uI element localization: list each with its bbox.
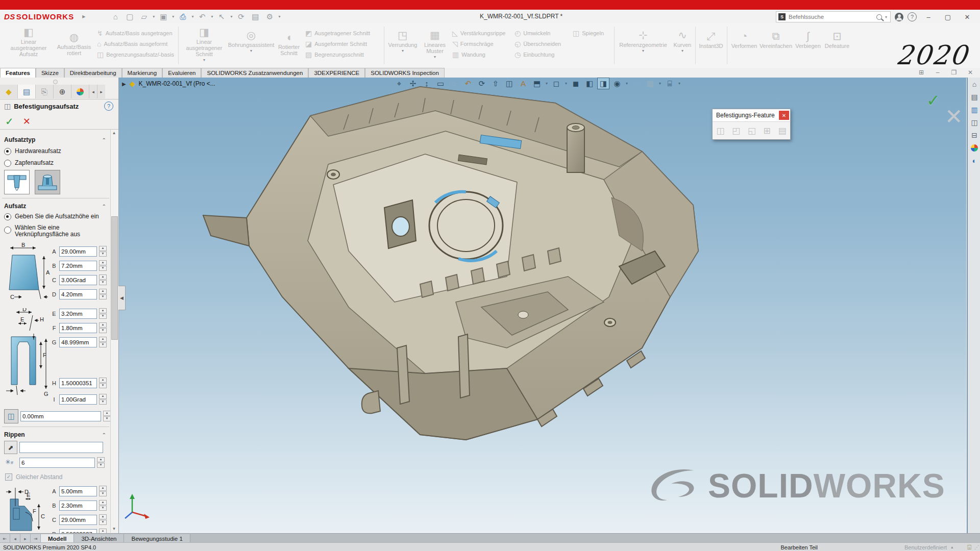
configurationmanager-tab[interactable]: ⎘ (36, 85, 54, 98)
taskpane-appearances-icon[interactable] (968, 141, 980, 154)
print-icon[interactable]: ⎙ (176, 11, 189, 22)
ribbon-simplify-button[interactable]: ⧉Vereinfachen (760, 30, 792, 49)
section-rippen[interactable]: Rippen⌃ (0, 430, 110, 440)
doc-close-icon[interactable]: ✕ (965, 69, 976, 76)
tab-direktbearbeitung[interactable]: Direktbearbeitung (64, 68, 122, 78)
ribbon-lofted-cut-item[interactable]: ◪Ausgeformter Schnitt (305, 39, 370, 48)
command-search[interactable]: S ▾ (776, 11, 891, 22)
menu-flyout-arrow[interactable]: ▶ (82, 14, 85, 19)
status-units[interactable]: Benutzerdefiniert (904, 544, 947, 550)
ribbon-reference-geometry-button[interactable]: ⊹ Referenzgeometrie▾ (618, 29, 669, 54)
dimxpertmanager-tab[interactable]: ⊕ (54, 85, 71, 98)
viewport-panes-icon[interactable]: ⊞ (916, 69, 927, 76)
pm-scroll-up[interactable]: ▲ (111, 130, 117, 137)
rib-direction-button[interactable]: ⬈ (4, 441, 17, 454)
graphics-viewport[interactable]: ▶ ◆ K_WMR-02-001_Vf (Pro <... ⌖ ✢ ↕ ▭ ○ … (119, 78, 966, 533)
field-C-input[interactable] (59, 275, 97, 285)
ribbon-instant3d-button[interactable]: ⤢ Instant3D (697, 30, 725, 49)
confirm-ok-button[interactable]: ✓ (926, 91, 940, 110)
help-icon[interactable]: ? (908, 12, 917, 21)
field-C-spinner[interactable]: ▲▼ (99, 274, 107, 285)
panel-resize-handle[interactable] (53, 80, 58, 84)
search-caret[interactable]: ▾ (885, 15, 887, 19)
ribbon-fillet-button[interactable]: ◳ Verrundung▾ (387, 29, 419, 54)
pm-scroll-down[interactable]: ▼ (111, 525, 117, 533)
ribbon-deform-button[interactable]: ◔Verformen (730, 30, 758, 49)
tab-3dexperience[interactable]: 3DEXPERIENCE (308, 68, 365, 78)
pm-ok-button[interactable]: ✓ (5, 115, 14, 128)
field-F-spinner[interactable]: ▲▼ (99, 322, 107, 333)
rib-field-C-input[interactable] (59, 515, 97, 525)
options-caret[interactable]: ▾ (278, 14, 280, 19)
taskpane-home-icon[interactable]: ⌂ (968, 78, 980, 90)
field-offset-spinner[interactable]: ▲▼ (103, 411, 111, 421)
user-avatar[interactable] (895, 13, 903, 21)
displaymanager-tab[interactable] (71, 85, 89, 98)
pm-scroll-thumb[interactable] (111, 216, 118, 340)
equal-spacing-checkbox[interactable]: ✓ Gleicher Abstand (5, 473, 62, 481)
ribbon-intersect-item[interactable]: ◵Überschneiden (514, 39, 561, 48)
file-properties-icon[interactable]: ▤ (249, 11, 262, 22)
doc-restore-icon[interactable]: ❐ (948, 69, 960, 76)
taskpane-file-explorer-icon[interactable]: ◫ (968, 116, 980, 129)
undo-icon[interactable]: ↶ (195, 11, 209, 22)
ribbon-swept-cut-item[interactable]: ◩Ausgetragener Schnitt (305, 29, 370, 37)
ribbon-flex-button[interactable]: ∫Verbiegen (794, 30, 822, 49)
field-B-input[interactable] (59, 261, 97, 271)
rib-field-B-spinner[interactable]: ▲▼ (99, 500, 107, 511)
field-D-input[interactable] (59, 289, 97, 299)
vent-icon[interactable]: ⊞ (764, 126, 771, 136)
section-aufsatztyp[interactable]: Aufsatztyp⌃ (0, 135, 110, 145)
tab-markierung[interactable]: Markierung (122, 68, 163, 78)
rib-field-A-spinner[interactable]: ▲▼ (99, 486, 107, 496)
snap-hook-icon[interactable]: ◰ (732, 126, 740, 136)
panel-collapse-handle[interactable]: ◀ (118, 286, 126, 310)
tab-zusatzanwendungen[interactable]: SOLIDWORKS Zusatzanwendungen (201, 68, 308, 78)
ribbon-curves-button[interactable]: ∿ Kurven▾ (671, 29, 694, 54)
pm-tab-scroll-right[interactable]: ▸ (97, 85, 105, 98)
tree-expand-arrow[interactable]: ▶ (122, 81, 126, 87)
taskpane-resources-icon[interactable]: ▤ (968, 90, 980, 103)
tab-inspection[interactable]: SOLIDWORKS Inspection (365, 68, 445, 78)
doctab-first-icon[interactable]: ⇤ (0, 534, 10, 543)
rib-count-input[interactable] (19, 458, 95, 468)
options-gear-icon[interactable]: ⚙ (263, 11, 276, 22)
field-D-spinner[interactable]: ▲▼ (99, 289, 107, 299)
ribbon-shell-item[interactable]: ▥Wandung (452, 50, 505, 59)
ribbon-revolved-cut-button[interactable]: ◖ Rotierter Schnitt (276, 31, 302, 56)
ribbon-lofted-boss-item[interactable]: ⌂Aufsatz/Basis ausgeformt (97, 39, 174, 48)
ribbon-linear-pattern-button[interactable]: ▦ Lineares Muster▾ (421, 29, 449, 60)
confirm-cancel-button[interactable]: ✕ (945, 104, 963, 129)
palette-close-button[interactable]: ✕ (779, 111, 789, 120)
snap-hook-groove-icon[interactable]: ◱ (748, 126, 756, 136)
radio-select-mating-face[interactable]: Wählen Sie eineVerknüpfungsfläche aus (0, 224, 110, 238)
pm-scrollbar[interactable]: ▲ ▼ (110, 130, 118, 533)
field-H-input[interactable] (59, 378, 97, 388)
rib-field-C-spinner[interactable]: ▲▼ (99, 514, 107, 525)
field-E-spinner[interactable]: ▲▼ (99, 308, 107, 319)
save-icon[interactable]: ▣ (157, 11, 170, 22)
new-document-icon[interactable]: ▢ (123, 11, 136, 22)
select-icon[interactable]: ↖ (215, 11, 228, 22)
offset-icon-button[interactable]: ◫ (4, 409, 18, 423)
doctab-last-icon[interactable]: ⇥ (31, 534, 41, 543)
field-A-spinner[interactable]: ▲▼ (99, 246, 107, 257)
rib-field-B-input[interactable] (59, 500, 97, 511)
tab-features[interactable]: Features (0, 68, 36, 78)
units-caret[interactable]: ▴ (951, 545, 953, 549)
field-offset-input[interactable] (20, 411, 101, 421)
ribbon-boundary-boss-item[interactable]: ◫Begrenzungsaufsatz/-basis (97, 50, 174, 59)
ribbon-rib-item[interactable]: ◺Verstärkungsrippe (452, 29, 505, 37)
taskpane-custom-properties-icon[interactable]: ◐ (968, 154, 980, 167)
undo-caret[interactable]: ▾ (211, 14, 213, 19)
ribbon-swept-boss-item[interactable]: ↯Aufsatz/Basis ausgetragen (97, 29, 174, 37)
ribbon-defeature-button[interactable]: ⊡Defeature (823, 30, 851, 49)
tab-modell[interactable]: Modell (41, 534, 74, 543)
doctab-next-icon[interactable]: ▸ (20, 534, 31, 543)
ribbon-extruded-boss-button[interactable]: ◧ Linear ausgetragener Aufsatz (5, 26, 52, 57)
field-A-input[interactable] (59, 246, 97, 257)
print-caret[interactable]: ▾ (191, 14, 193, 19)
tab-evaluieren[interactable]: Evaluieren (162, 68, 201, 78)
boss-style-button-2[interactable] (35, 170, 60, 194)
field-E-input[interactable] (59, 309, 97, 319)
